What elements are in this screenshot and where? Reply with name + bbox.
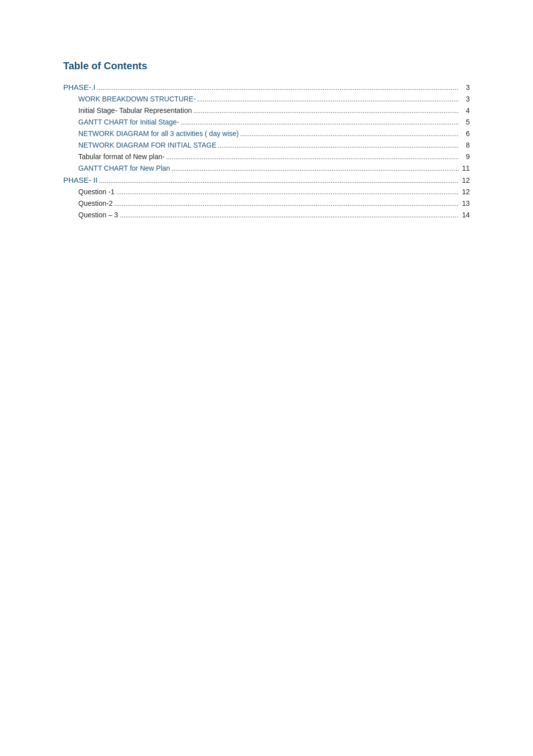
- toc-item-page: 3: [459, 83, 470, 91]
- toc-item-label: PHASE-.I: [63, 83, 95, 91]
- toc-item-dots: ........................................…: [239, 130, 459, 138]
- toc-item-dots: ........................................…: [165, 153, 459, 161]
- toc-item-dots: ........................................…: [118, 211, 459, 219]
- toc-item-dots: ........................................…: [179, 118, 459, 127]
- toc-item[interactable]: WORK BREAKDOWN STRUCTURE-...............…: [63, 95, 470, 103]
- toc-item-label: WORK BREAKDOWN STRUCTURE-: [63, 95, 196, 103]
- toc-item-page: 6: [459, 130, 470, 138]
- toc-item-label: NETWORK DIAGRAM FOR INITIAL STAGE: [63, 141, 216, 149]
- toc-item-page: 11: [459, 164, 470, 172]
- toc-item-dots: ........................................…: [97, 177, 459, 185]
- toc-item-dots: ........................................…: [170, 165, 459, 173]
- toc-item-label: Initial Stage- Tabular Representation: [63, 106, 192, 114]
- toc-item-label: GANTT CHART for New Plan: [63, 164, 170, 172]
- toc-item-page: 9: [459, 153, 470, 161]
- toc-item[interactable]: NETWORK DIAGRAM FOR INITIAL STAGE.......…: [63, 141, 470, 150]
- toc-item-label: PHASE- II: [63, 176, 97, 184]
- toc-title: Table of Contents: [63, 60, 470, 72]
- toc-item[interactable]: NETWORK DIAGRAM for all 3 activities ( d…: [63, 130, 470, 138]
- toc-item-page: 12: [459, 188, 470, 196]
- toc-item-dots: ........................................…: [112, 200, 459, 208]
- toc-item-label: Tabular format of New plan-: [63, 153, 165, 161]
- toc-item[interactable]: Question – 3............................…: [63, 211, 470, 219]
- toc-item-dots: ........................................…: [95, 84, 459, 92]
- toc-item-page: 12: [459, 176, 470, 184]
- toc-item-page: 3: [459, 95, 470, 103]
- toc-item-dots: ........................................…: [114, 188, 459, 196]
- toc-item[interactable]: GANTT CHART for Initial Stage-..........…: [63, 118, 470, 127]
- toc-item-label: Question -1: [63, 188, 114, 196]
- toc-list: PHASE-.I................................…: [63, 83, 470, 219]
- toc-item[interactable]: Question-2..............................…: [63, 199, 470, 208]
- toc-item-dots: ........................................…: [192, 107, 459, 115]
- toc-item[interactable]: PHASE-.I................................…: [63, 83, 470, 92]
- toc-item-page: 8: [459, 141, 470, 149]
- page: Table of Contents PHASE-.I..............…: [0, 0, 533, 756]
- toc-item-page: 5: [459, 118, 470, 126]
- toc-item-label: Question – 3: [63, 211, 118, 219]
- toc-item[interactable]: PHASE- II...............................…: [63, 176, 470, 185]
- toc-item-label: NETWORK DIAGRAM for all 3 activities ( d…: [63, 130, 239, 138]
- toc-item[interactable]: Question -1.............................…: [63, 188, 470, 196]
- toc-item[interactable]: Initial Stage- Tabular Representation...…: [63, 106, 470, 115]
- toc-item-label: Question-2: [63, 199, 112, 207]
- toc-item-page: 13: [459, 199, 470, 207]
- toc-item[interactable]: GANTT CHART for New Plan................…: [63, 164, 470, 173]
- toc-item-dots: ........................................…: [196, 95, 459, 103]
- toc-item-dots: ........................................…: [216, 142, 459, 150]
- toc-item-label: GANTT CHART for Initial Stage-: [63, 118, 179, 126]
- toc-item-page: 14: [459, 211, 470, 219]
- toc-item[interactable]: Tabular format of New plan-.............…: [63, 153, 470, 161]
- toc-item-page: 4: [459, 106, 470, 114]
